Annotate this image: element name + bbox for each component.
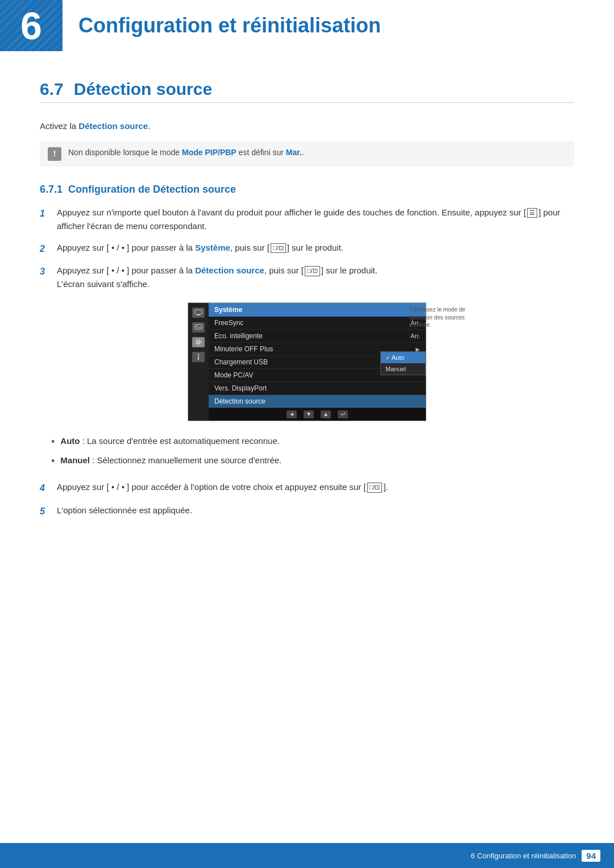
bullet-dot-auto: • xyxy=(51,434,55,450)
menu-row-displayport-label: Vers. DisplayPort xyxy=(214,384,267,392)
icon-picture xyxy=(192,322,205,333)
nav-enter xyxy=(338,410,348,418)
chapter-title: Configuration et réinitialisation xyxy=(78,14,381,38)
menu-bottom-bar xyxy=(209,408,426,421)
chapter-title-block: Configuration et réinitialisation xyxy=(63,0,381,51)
enter-icon-2: □/⊡ xyxy=(271,243,286,253)
step-5-text: L'option sélectionnée est appliquée. xyxy=(57,504,574,519)
step-3-number: 3 xyxy=(40,264,50,291)
steps-list: 1 Appuyez sur n'importe quel bouton à l'… xyxy=(40,206,574,292)
intro-link: Détection source xyxy=(78,121,148,131)
bullet-auto: • Auto : La source d'entrée est automati… xyxy=(51,435,574,450)
step-3-text: Appuyez sur [ • / • ] pour passer à la D… xyxy=(57,264,574,291)
step-1: 1 Appuyez sur n'importe quel bouton à l'… xyxy=(40,206,574,233)
menu-row-detection: Détection source xyxy=(209,395,426,408)
enter-icon-4: □/⊡ xyxy=(367,483,383,492)
chapter-number: 6 xyxy=(20,6,42,45)
menu-row-eco-value: Arr. xyxy=(410,333,420,339)
main-content: 6.7Détection source Activez la Détection… xyxy=(0,80,614,575)
svg-rect-2 xyxy=(195,325,202,329)
menu-icon: ☰ xyxy=(527,208,537,218)
step-5: 5 L'option sélectionnée est appliquée. xyxy=(40,504,574,519)
step-4-text: Appuyez sur [ • / • ] pour accéder à l'o… xyxy=(57,480,574,496)
note-text: Non disponible lorsque le mode Mode PIP/… xyxy=(68,147,304,159)
svg-point-4 xyxy=(197,341,200,344)
svg-rect-7 xyxy=(198,356,199,360)
nav-left xyxy=(287,410,297,418)
subsection-title: 6.7.1 Configuration de Détection source xyxy=(40,184,574,196)
note-box: Non disponible lorsque le mode Mode PIP/… xyxy=(40,141,574,167)
step-1-number: 1 xyxy=(40,206,50,233)
menu-row-pcav-label: Mode PC/AV xyxy=(214,371,253,379)
bullet-manuel-text: Manuel : Sélectionnez manuellement une s… xyxy=(60,454,281,469)
section-number: 6.7 xyxy=(40,80,64,98)
step-1-text: Appuyez sur n'importe quel bouton à l'av… xyxy=(57,206,574,233)
bullet-auto-text: Auto : La source d'entrée est automatiqu… xyxy=(60,435,280,450)
icon-settings xyxy=(192,337,205,347)
svg-marker-9 xyxy=(307,413,310,416)
menu-row-chargement-label: Chargement USB xyxy=(214,358,268,366)
step-2-number: 2 xyxy=(40,241,50,256)
svg-point-5 xyxy=(196,339,201,345)
svg-rect-1 xyxy=(197,314,200,315)
menu-row-freesync: FreeSync Arr. xyxy=(209,317,426,330)
nav-down xyxy=(304,410,314,418)
note-icon xyxy=(48,147,61,161)
step-4-number: 4 xyxy=(40,480,50,496)
step-3: 3 Appuyez sur [ • / • ] pour passer à la… xyxy=(40,264,574,291)
bullet-auto-bold: Auto xyxy=(60,436,80,446)
menu-row-eco: Eco. intelligente Arr. xyxy=(209,330,426,343)
icon-monitor xyxy=(192,308,205,318)
footer-page-number: 94 xyxy=(582,850,600,862)
svg-marker-8 xyxy=(290,413,293,416)
nav-up xyxy=(321,410,331,418)
note-highlight2: Mar. xyxy=(286,148,302,157)
bullet-manuel-bold: Manuel xyxy=(60,455,90,465)
svg-marker-10 xyxy=(324,413,327,416)
menu-tip: Définissez le mode de détection des sour… xyxy=(409,306,469,329)
menu-header: Système xyxy=(209,303,426,317)
menu-screenshot-wrapper: Système FreeSync Arr. Eco. intelligente … xyxy=(151,302,463,421)
menu-left-icons xyxy=(188,303,209,421)
step-2: 2 Appuyez sur [ • / • ] pour passer à la… xyxy=(40,241,574,256)
chapter-header: 6 Configuration et réinitialisation xyxy=(0,0,614,51)
page-footer: 6 Configuration et réinitialisation 94 xyxy=(0,843,614,868)
note-mid: est défini sur xyxy=(237,148,286,157)
section-title: 6.7Détection source xyxy=(40,80,574,103)
bullet-dot-manuel: • xyxy=(51,454,55,469)
steps-list-2: 4 Appuyez sur [ • / • ] pour accéder à l… xyxy=(40,480,574,518)
note-end: . xyxy=(302,148,304,157)
step-5-number: 5 xyxy=(40,504,50,519)
menu-submenu: Auto Manuel xyxy=(380,351,426,375)
step-2-text: Appuyez sur [ • / • ] pour passer à la S… xyxy=(57,241,574,256)
footer-text: 6 Configuration et réinitialisation xyxy=(471,852,576,860)
step-3-keyword: Détection source xyxy=(195,265,264,275)
step-4: 4 Appuyez sur [ • / • ] pour accéder à l… xyxy=(40,480,574,496)
menu-row-freesync-label: FreeSync xyxy=(214,319,243,327)
section-heading: Détection source xyxy=(74,80,212,98)
subsection-number: 6.7.1 xyxy=(40,184,63,195)
enter-icon-3: □/⊡ xyxy=(305,266,320,276)
bullet-manuel: • Manuel : Sélectionnez manuellement une… xyxy=(51,454,574,469)
submenu-auto: Auto xyxy=(381,352,425,363)
menu-row-displayport: Vers. DisplayPort xyxy=(209,382,426,395)
subsection-heading: Configuration de Détection source xyxy=(68,184,236,195)
chapter-number-block: 6 xyxy=(0,0,63,51)
svg-rect-0 xyxy=(195,310,202,314)
submenu-manuel: Manuel xyxy=(381,363,425,375)
intro-punctuation: . xyxy=(148,121,150,131)
step-2-keyword: Système xyxy=(195,243,230,252)
menu-screenshot: Système FreeSync Arr. Eco. intelligente … xyxy=(188,302,426,421)
menu-row-minuterie-label: Minuterie OFF Plus xyxy=(214,345,273,353)
note-prefix: Non disponible lorsque le mode xyxy=(68,148,182,157)
menu-row-detection-label: Détection source xyxy=(214,397,265,405)
intro-text-prefix: Activez la xyxy=(40,121,78,131)
intro-paragraph: Activez la Détection source. xyxy=(40,120,574,133)
svg-point-6 xyxy=(198,354,200,356)
note-highlight1: Mode PIP/PBP xyxy=(182,148,237,157)
bullet-list: • Auto : La source d'entrée est automati… xyxy=(51,435,574,469)
menu-row-eco-label: Eco. intelligente xyxy=(214,332,263,340)
icon-info xyxy=(192,352,205,362)
